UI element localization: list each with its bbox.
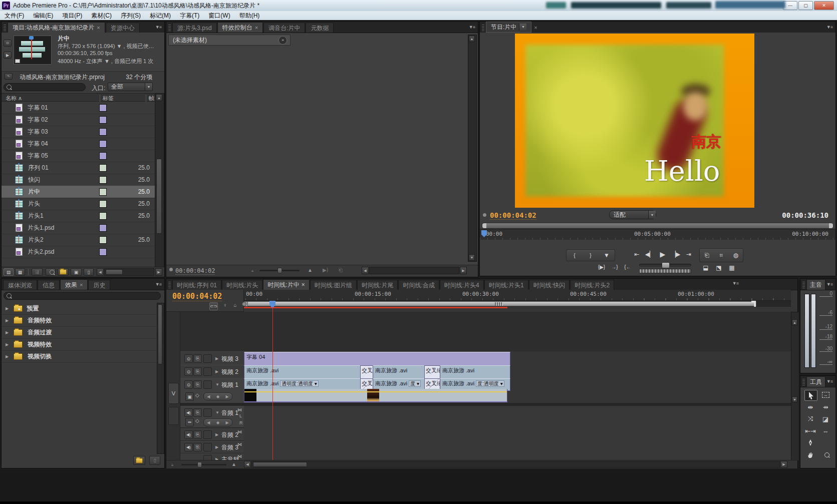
display-style-icon[interactable]: ⋈ — [237, 442, 242, 447]
scroll-thumb[interactable] — [156, 159, 162, 234]
video1-target-badge[interactable]: V — [168, 383, 179, 404]
tab-resource-center[interactable]: 资源中心 — [106, 23, 140, 33]
project-row[interactable]: 字幕 03 — [2, 126, 155, 138]
timeline-zoom-slider[interactable] — [181, 464, 226, 465]
trash-icon[interactable]: ▯ — [84, 268, 94, 276]
panel-menu-icon[interactable]: ▼≡ — [469, 25, 478, 30]
effect-controls-scrollbar[interactable]: ▲ ▼ — [468, 35, 477, 262]
display-style-icon[interactable]: ⋈ — [237, 407, 242, 412]
effects-scrollbar[interactable] — [157, 303, 164, 454]
collapse-track-icon[interactable]: ▶ — [215, 432, 218, 437]
scroll-right-icon[interactable]: ▶ — [780, 461, 787, 468]
set-in-point-icon[interactable]: { — [568, 250, 581, 260]
menu-window[interactable]: 窗口(W) — [204, 11, 234, 20]
next-keyframe-icon[interactable]: ▶ — [226, 394, 229, 399]
transition-cross-zoom[interactable]: 交叉缩 — [424, 365, 442, 379]
tab-program[interactable]: 节目:片中▼ — [486, 22, 531, 33]
scroll-up-icon[interactable]: ▲ — [792, 319, 797, 325]
close-icon[interactable]: × — [80, 282, 83, 288]
tab-timeline-piantou2[interactable]: 时间线:片头2 — [570, 280, 614, 290]
go-to-in-icon[interactable]: ⇤ — [630, 249, 643, 259]
clip-nanjing-avi[interactable]: 南京旅游 .avi — [373, 365, 427, 380]
label-chip[interactable] — [99, 212, 107, 220]
poster-frame-icon[interactable]: ⌑ — [4, 40, 12, 47]
set-display-style-icon[interactable]: ▣ — [185, 392, 194, 401]
audio3-lane[interactable] — [244, 441, 791, 454]
show-hide-effects-icon[interactable]: » — [278, 36, 287, 45]
scroll-left-icon[interactable]: ◀ — [362, 267, 369, 274]
effect-badge[interactable]: 透明度:透明度 ▾ — [280, 380, 319, 387]
display-style-icon[interactable]: ⋈ — [237, 429, 242, 434]
track-name[interactable]: 视频 1 — [221, 381, 238, 389]
toggle-track-output-icon[interactable]: ⊙ — [184, 380, 193, 389]
track-name[interactable]: 音频 3 — [221, 443, 238, 452]
scroll-left-icon[interactable]: ◀ — [244, 461, 251, 468]
close-icon[interactable]: × — [255, 25, 258, 31]
tab-metadata[interactable]: 元数据 — [306, 23, 334, 33]
tab-timeline-hecheng[interactable]: 时间线:合成 — [398, 280, 439, 290]
menu-project[interactable]: 项目(P) — [58, 11, 87, 20]
work-area-knob[interactable] — [242, 302, 246, 306]
tab-timeline-pianwei[interactable]: 时间线:片尾 — [357, 280, 398, 290]
tab-timeline-tupianzu[interactable]: 时间线:图片组 — [310, 280, 357, 290]
jog-disk[interactable] — [639, 269, 691, 273]
zoom-in-icon[interactable]: ▲ — [308, 267, 313, 273]
label-chip[interactable] — [99, 116, 107, 124]
scroll-thumb[interactable] — [253, 462, 307, 467]
keyframe-icon[interactable]: ◆ — [216, 420, 219, 425]
razor-tool[interactable]: ◪ — [819, 414, 831, 424]
menu-clip[interactable]: 素材(C) — [87, 11, 116, 20]
sync-lock-icon[interactable]: ⎘ — [193, 430, 202, 439]
audio2-lane[interactable] — [244, 428, 791, 441]
project-search[interactable] — [4, 83, 86, 91]
clip-nanjing-avi[interactable]: 南京旅游 .avi — [244, 365, 363, 380]
project-row-selected[interactable]: 片中25.0 — [2, 186, 155, 198]
hand-tool[interactable] — [804, 450, 816, 460]
zoom-slider-thumb[interactable] — [197, 462, 202, 467]
label-chip[interactable] — [99, 164, 107, 172]
tab-media-browser[interactable]: 媒体浏览 — [3, 280, 37, 290]
collapse-track-icon[interactable]: ▶ — [215, 445, 218, 449]
toggle-track-output-icon[interactable]: ◀) — [184, 408, 193, 417]
output-settings-icon[interactable]: ◍ — [729, 250, 742, 260]
effects-search-input[interactable] — [12, 292, 154, 299]
label-chip[interactable] — [99, 140, 107, 148]
project-search-input[interactable] — [12, 84, 79, 91]
clip-subtitle04[interactable]: 字幕 04 — [244, 352, 510, 367]
menu-title[interactable]: 字幕(T) — [175, 11, 204, 20]
track-name[interactable]: 视频 3 — [221, 355, 238, 363]
zoom-tool[interactable] — [819, 450, 831, 460]
play-icon[interactable]: ▶ — [656, 249, 669, 259]
scroll-up-icon[interactable]: ▲ — [156, 94, 162, 101]
list-view-button[interactable]: ▤ — [4, 268, 14, 276]
panel-menu-icon[interactable]: ▼≡ — [826, 25, 835, 30]
play-preview-icon[interactable]: ▶ — [4, 52, 12, 59]
tab-timeline-seq01[interactable]: 时间线:序列 01 — [172, 280, 221, 290]
scroll-handle-right[interactable] — [829, 223, 833, 228]
new-custom-bin-icon[interactable] — [133, 456, 145, 465]
project-row[interactable]: 字幕 05 — [2, 150, 155, 162]
track-lock-toggle[interactable] — [203, 354, 212, 363]
panel-grip[interactable] — [802, 282, 805, 288]
fit-dropdown[interactable]: 适配▼ — [609, 210, 656, 219]
project-row[interactable]: 片头1.psd — [2, 222, 155, 234]
new-item-icon[interactable]: ▣ — [71, 268, 82, 276]
trim-button-icon[interactable]: ▦ — [725, 263, 738, 273]
sync-lock-icon[interactable]: ⎘ — [193, 367, 202, 376]
tab-project[interactable]: 项目:动感风格-南京旅游纪录片× — [8, 22, 105, 33]
lift-button-icon[interactable]: ⬓ — [699, 263, 712, 273]
program-current-timecode[interactable]: 00:00:04:02 — [490, 211, 536, 220]
expand-icon[interactable]: ▶ — [6, 354, 9, 359]
program-scroll-bar[interactable] — [482, 223, 833, 229]
close-icon[interactable]: × — [534, 25, 537, 31]
audio1-target-badge[interactable] — [168, 407, 179, 425]
export-frame-icon[interactable]: ⎗ — [339, 267, 343, 273]
sync-lock-icon[interactable]: ⎘ — [193, 354, 202, 363]
restore-button[interactable]: ▢ — [798, 1, 813, 10]
h-scroll-track[interactable] — [369, 267, 459, 274]
zoom-slider[interactable] — [259, 270, 300, 271]
panel-menu-icon[interactable]: ▼≡ — [826, 282, 835, 287]
tab-timeline-piantou[interactable]: 时间线:片头 — [222, 280, 262, 290]
entry-dropdown[interactable]: 全部▼ — [108, 83, 153, 91]
keyframe-nav[interactable]: ◀◆▶ — [203, 392, 232, 400]
